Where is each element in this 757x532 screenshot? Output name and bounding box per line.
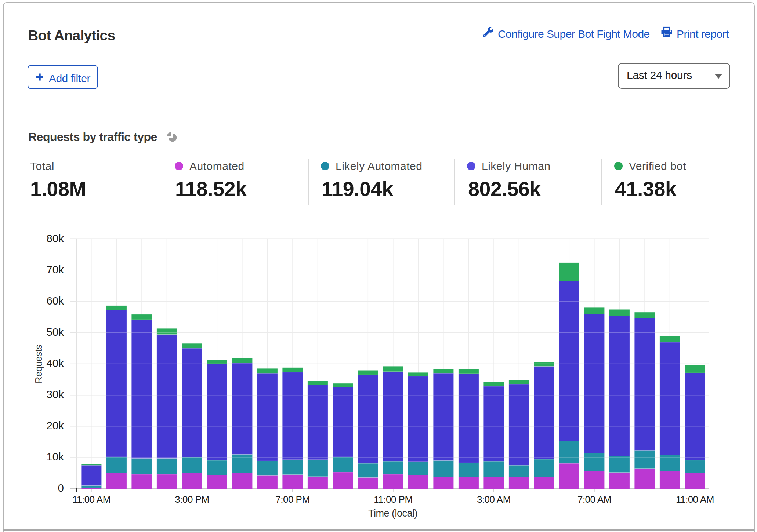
svg-text:7:00 AM: 7:00 AM [577, 494, 611, 505]
svg-text:11:00 AM: 11:00 AM [72, 494, 111, 505]
svg-text:10k: 10k [46, 451, 64, 463]
svg-text:50k: 50k [46, 326, 64, 338]
svg-text:11:00 PM: 11:00 PM [374, 494, 412, 505]
svg-text:40k: 40k [46, 357, 64, 369]
svg-text:Requests: Requests [33, 345, 44, 383]
svg-text:Time (local): Time (local) [368, 508, 417, 519]
svg-text:11:00 AM: 11:00 AM [676, 494, 714, 505]
svg-text:0: 0 [58, 482, 64, 494]
svg-text:30k: 30k [46, 388, 64, 400]
svg-text:60k: 60k [46, 295, 64, 307]
svg-text:7:00 PM: 7:00 PM [275, 494, 309, 505]
svg-text:20k: 20k [46, 419, 64, 431]
svg-text:3:00 AM: 3:00 AM [477, 494, 511, 505]
svg-text:80k: 80k [46, 232, 64, 244]
svg-text:70k: 70k [46, 263, 64, 276]
svg-text:3:00 PM: 3:00 PM [175, 494, 209, 505]
